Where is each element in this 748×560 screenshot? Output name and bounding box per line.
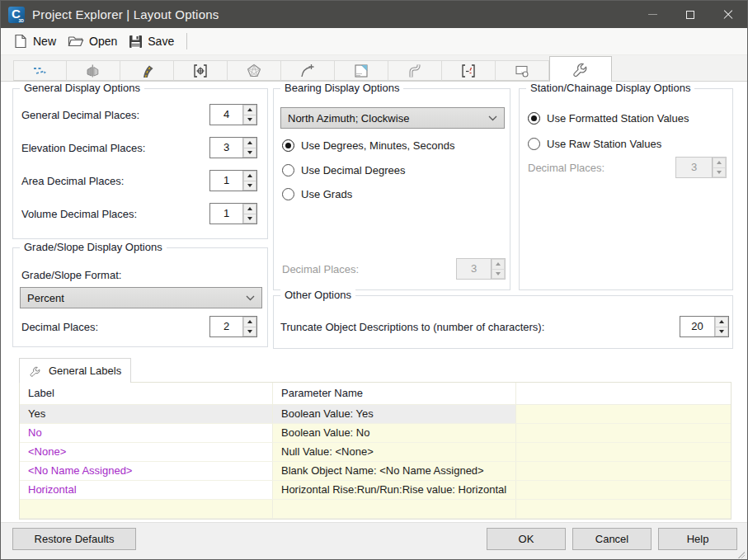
radio-use-degrees-minutes-seconds[interactable]: Use Degrees, Minutes, Seconds xyxy=(282,137,454,153)
spin-down-button[interactable] xyxy=(715,327,728,337)
spin-up-button xyxy=(492,259,505,270)
grade-slope-format-select[interactable]: Percent xyxy=(20,287,262,308)
group-grade-slope-options: Grade/Slope Display Options Grade/Slope … xyxy=(12,247,268,347)
table-row[interactable]: Horizontal Horizontal Rise:Run/Run:Rise … xyxy=(20,481,731,500)
tab-feature-lines[interactable] xyxy=(281,60,335,81)
new-document-icon xyxy=(13,34,28,49)
station-decimal-places-input: 3 xyxy=(675,157,727,178)
field-label: Decimal Places: xyxy=(21,321,98,333)
restore-defaults-button[interactable]: Restore Defaults xyxy=(12,528,136,550)
project-explorer-layout-options-dialog: C 3D Project Explorer | Layout Options N… xyxy=(0,0,748,560)
feature-lines-icon xyxy=(299,63,316,79)
radio-icon xyxy=(528,138,540,150)
spin-down-button[interactable] xyxy=(243,148,256,158)
tab-surfaces[interactable] xyxy=(228,60,281,81)
minimize-button[interactable] xyxy=(633,1,671,28)
new-button[interactable]: New xyxy=(7,31,62,51)
close-button[interactable] xyxy=(709,1,747,28)
app-logo-icon: C 3D xyxy=(8,7,25,23)
spin-down-button[interactable] xyxy=(243,327,256,337)
point-groups-icon xyxy=(192,63,209,79)
table-row[interactable]: <None> Null Value: <None> xyxy=(20,443,731,462)
group-station-chainage-options: Station/Chainage Display Options Use For… xyxy=(519,88,733,290)
bearing-format-select[interactable]: North Azimuth; Clockwise xyxy=(280,107,505,129)
alignments-icon xyxy=(32,63,49,79)
minimize-icon xyxy=(648,14,657,15)
radio-use-formatted-station-values[interactable]: Use Formatted Station Values xyxy=(528,110,689,126)
group-title: Grade/Slope Display Options xyxy=(20,241,167,253)
save-button[interactable]: Save xyxy=(123,32,180,51)
grade-slope-decimal-places-input[interactable]: 2 xyxy=(209,316,257,337)
table-row[interactable]: No Boolean Value: No xyxy=(20,424,731,443)
truncate-descriptions-input[interactable]: 20 xyxy=(680,316,729,337)
tab-point-groups[interactable] xyxy=(174,60,228,81)
file-toolbar: New Open Save xyxy=(1,28,747,55)
volume-decimal-places-input[interactable]: 1 xyxy=(209,203,257,224)
dialog-footer: Restore Defaults OK Cancel Help xyxy=(1,522,747,560)
column-header-parameter-name[interactable]: Parameter Name xyxy=(273,383,516,404)
radio-use-raw-station-values[interactable]: Use Raw Station Values xyxy=(528,135,661,152)
general-decimal-places-input[interactable]: 4 xyxy=(209,104,257,125)
save-floppy-icon xyxy=(129,35,143,49)
cross-sections-icon xyxy=(85,63,101,79)
maximize-icon xyxy=(686,11,694,19)
bearing-decimal-places-input: 3 xyxy=(456,258,506,280)
tab-sheets[interactable] xyxy=(335,60,388,81)
tab-labels[interactable] xyxy=(442,60,496,81)
spin-down-button xyxy=(492,270,505,280)
radio-icon xyxy=(528,112,540,125)
spin-up-button[interactable] xyxy=(243,105,256,115)
group-title: Other Options xyxy=(280,289,355,301)
spin-up-button[interactable] xyxy=(243,317,256,327)
radio-icon xyxy=(282,188,294,200)
spin-up-button[interactable] xyxy=(243,138,256,148)
table-row[interactable]: <No Name Assigned> Blank Object Name: <N… xyxy=(20,462,731,481)
field-label: Grade/Slope Format: xyxy=(21,269,121,281)
ok-button[interactable]: OK xyxy=(487,528,566,550)
radio-use-decimal-degrees[interactable]: Use Decimal Degrees xyxy=(282,162,405,178)
column-header-empty xyxy=(516,383,731,404)
table-row-empty[interactable] xyxy=(20,500,731,519)
resize-grip[interactable] xyxy=(738,552,745,558)
spin-down-button[interactable] xyxy=(243,115,256,125)
tab-alignments[interactable] xyxy=(13,60,67,81)
radio-use-grads[interactable]: Use Grads xyxy=(282,186,352,202)
table-row[interactable]: Yes Boolean Value: Yes xyxy=(20,405,731,424)
toolbar-separator xyxy=(186,33,187,49)
open-folder-icon xyxy=(68,34,84,49)
spin-up-button[interactable] xyxy=(715,317,728,327)
tab-pipe-networks[interactable] xyxy=(388,60,442,81)
tab-viewports[interactable] xyxy=(496,60,549,81)
pipe-networks-icon xyxy=(407,63,423,79)
group-title: General Display Options xyxy=(20,82,144,94)
corridors-icon xyxy=(139,63,155,79)
table-header-row: Label Parameter Name xyxy=(20,383,731,405)
group-bearing-display-options: Bearing Display Options North Azimuth; C… xyxy=(273,88,510,290)
viewports-icon xyxy=(514,63,530,79)
maximize-button[interactable] xyxy=(671,1,709,28)
field-label: Decimal Places: xyxy=(528,162,605,174)
spin-up-button[interactable] xyxy=(243,171,256,181)
elevation-decimal-places-input[interactable]: 3 xyxy=(209,137,257,158)
tab-corridors[interactable] xyxy=(120,60,174,81)
field-label: Area Decimal Places: xyxy=(21,175,124,187)
category-tab-strip xyxy=(1,55,747,81)
options-panel: General Display Options General Decimal … xyxy=(1,81,747,522)
group-title: Bearing Display Options xyxy=(280,82,403,94)
spin-up-button[interactable] xyxy=(243,204,256,214)
group-general-display-options: General Display Options General Decimal … xyxy=(12,88,268,239)
column-header-label[interactable]: Label xyxy=(20,383,273,404)
help-button[interactable]: Help xyxy=(658,528,737,550)
open-button[interactable]: Open xyxy=(62,31,123,51)
spin-down-button[interactable] xyxy=(243,181,256,191)
tab-cross-sections[interactable] xyxy=(67,60,120,81)
tab-general-labels[interactable]: General Labels xyxy=(19,358,131,383)
tab-layout-options[interactable] xyxy=(549,56,612,81)
cancel-button[interactable]: Cancel xyxy=(572,528,652,550)
labels-icon xyxy=(460,63,477,79)
wrench-icon xyxy=(29,365,42,378)
area-decimal-places-input[interactable]: 1 xyxy=(209,170,257,191)
field-label: Decimal Places: xyxy=(282,263,359,275)
layout-options-wrench-icon xyxy=(572,60,590,78)
spin-down-button[interactable] xyxy=(243,214,256,224)
